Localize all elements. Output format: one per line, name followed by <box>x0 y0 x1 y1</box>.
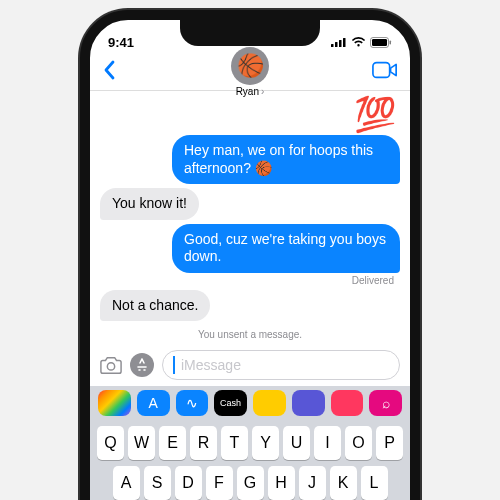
status-icons <box>331 37 392 48</box>
memoji-app-icon[interactable] <box>253 390 286 416</box>
svg-rect-5 <box>372 39 387 46</box>
key-q[interactable]: Q <box>97 426 124 460</box>
stickers-app-icon[interactable] <box>292 390 325 416</box>
music-app-icon[interactable] <box>331 390 364 416</box>
video-icon <box>372 61 398 79</box>
bubble-text: Not a chance. <box>100 290 210 322</box>
key-r[interactable]: R <box>190 426 217 460</box>
key-p[interactable]: P <box>376 426 403 460</box>
key-f[interactable]: F <box>206 466 233 500</box>
bubble-text: Hey man, we on for hoops this afternoon?… <box>172 135 400 184</box>
message-in-2[interactable]: Not a chance. <box>100 290 400 322</box>
audio-app-icon[interactable]: ∿ <box>176 390 209 416</box>
bubble-text: You know it! <box>100 188 199 220</box>
key-k[interactable]: K <box>330 466 357 500</box>
key-e[interactable]: E <box>159 426 186 460</box>
svg-rect-7 <box>373 62 390 77</box>
wifi-icon <box>351 37 366 47</box>
key-a[interactable]: A <box>113 466 140 500</box>
key-o[interactable]: O <box>345 426 372 460</box>
key-i[interactable]: I <box>314 426 341 460</box>
nav-bar: 🏀 Ryan › <box>90 56 410 91</box>
svg-point-8 <box>107 363 114 370</box>
hundred-icon: 💯 <box>354 97 400 131</box>
key-y[interactable]: Y <box>252 426 279 460</box>
key-s[interactable]: S <box>144 466 171 500</box>
apple-cash-app-icon[interactable]: Cash <box>214 390 247 416</box>
keyboard-row-2: ASDFGHJKL <box>94 466 406 500</box>
svg-rect-1 <box>335 42 338 47</box>
appstore-icon <box>135 358 149 372</box>
facetime-button[interactable] <box>372 61 398 84</box>
photos-app-icon[interactable] <box>98 390 131 416</box>
magnifier-icon: ⌕ <box>382 395 390 411</box>
message-in-1[interactable]: You know it! <box>100 188 400 220</box>
key-u[interactable]: U <box>283 426 310 460</box>
app-store-button[interactable] <box>130 353 154 377</box>
input-placeholder: iMessage <box>181 357 241 373</box>
avatar: 🏀 <box>231 47 269 85</box>
back-button[interactable] <box>102 58 116 86</box>
notch <box>180 20 320 46</box>
appstore-a-icon: A <box>148 395 157 411</box>
contact-name-label: Ryan <box>236 86 259 97</box>
key-j[interactable]: J <box>299 466 326 500</box>
svg-rect-6 <box>390 40 392 44</box>
delivered-label: Delivered <box>100 275 400 286</box>
status-time: 9:41 <box>108 35 134 50</box>
contact-header[interactable]: 🏀 Ryan › <box>231 47 269 97</box>
key-t[interactable]: T <box>221 426 248 460</box>
key-l[interactable]: L <box>361 466 388 500</box>
battery-icon <box>370 37 392 48</box>
key-g[interactable]: G <box>237 466 264 500</box>
key-h[interactable]: H <box>268 466 295 500</box>
camera-icon <box>100 355 122 375</box>
keyboard-row-1: QWERTYUIOP <box>94 426 406 460</box>
chevron-right-icon: › <box>261 86 264 97</box>
text-caret <box>173 356 175 374</box>
svg-rect-3 <box>343 38 346 47</box>
chevron-left-icon <box>102 60 116 80</box>
message-emoji-out[interactable]: 💯 <box>100 97 400 131</box>
unsent-label: You unsent a message. <box>100 329 400 340</box>
app-strip: A ∿ Cash ⌕ <box>90 386 410 422</box>
appstore-app-icon[interactable]: A <box>137 390 170 416</box>
svg-rect-2 <box>339 40 342 47</box>
iphone-frame: 9:41 🏀 Ryan › 💯 Hey man, we on for hoops… <box>80 10 420 500</box>
bubble-text: Good, cuz we're taking you boys down. <box>172 224 400 273</box>
signal-icon <box>331 37 347 47</box>
key-d[interactable]: D <box>175 466 202 500</box>
keyboard: QWERTYUIOP ASDFGHJKL <box>90 422 410 500</box>
compose-bar: iMessage <box>90 344 410 386</box>
camera-button[interactable] <box>100 355 122 375</box>
cash-label-icon: Cash <box>220 398 241 408</box>
message-out-2[interactable]: Good, cuz we're taking you boys down. <box>100 224 400 273</box>
message-thread: 💯 Hey man, we on for hoops this afternoo… <box>90 91 410 344</box>
waveform-icon: ∿ <box>186 395 198 411</box>
message-out-1[interactable]: Hey man, we on for hoops this afternoon?… <box>100 135 400 184</box>
message-input[interactable]: iMessage <box>162 350 400 380</box>
svg-rect-0 <box>331 44 334 47</box>
key-w[interactable]: W <box>128 426 155 460</box>
avatar-emoji: 🏀 <box>237 53 264 79</box>
search-app-icon[interactable]: ⌕ <box>369 390 402 416</box>
